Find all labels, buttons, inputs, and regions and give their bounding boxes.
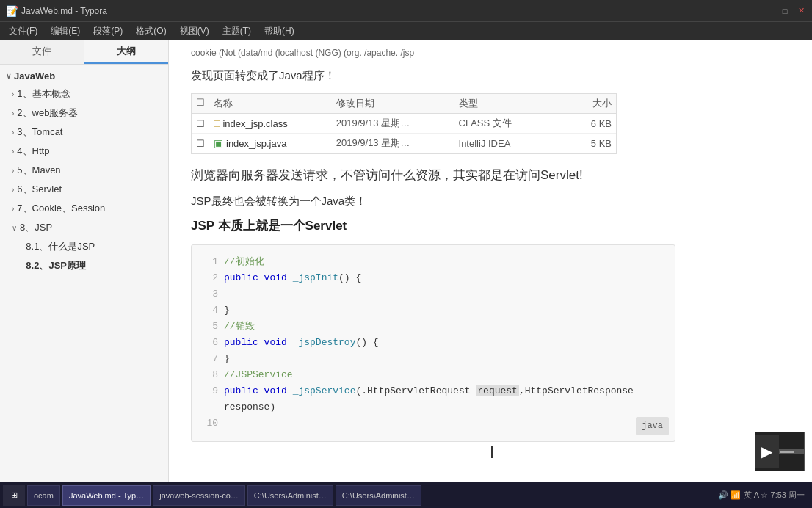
row-check: ☐	[196, 138, 214, 149]
sidebar-item-tomcat[interactable]: › 3、Tomcat	[0, 123, 168, 142]
arrow-icon: ›	[12, 205, 14, 213]
menu-help[interactable]: 帮助(H)	[258, 23, 300, 39]
line-number: 4	[203, 302, 218, 319]
sidebar-item-jsptheory[interactable]: › 8.2、JSP原理	[0, 256, 168, 275]
class-file-icon: □	[214, 117, 220, 129]
code-language-badge: java	[636, 417, 669, 435]
content-area[interactable]: cookie (Not (data/md (localhost (NGG) (o…	[169, 40, 812, 482]
minimize-button[interactable]: —	[764, 6, 774, 16]
window-title: JavaWeb.md - Typora	[18, 6, 764, 16]
start-button[interactable]: ⊞	[3, 485, 25, 506]
table-row: ☐ □ index_jsp.class 2019/9/13 星期… CLASS …	[192, 114, 616, 134]
row-type: CLASS 文件	[459, 117, 551, 130]
file-name: index_jsp.class	[222, 118, 287, 129]
play-button-icon[interactable]: ▶	[761, 443, 772, 460]
tab-outline[interactable]: 大纲	[84, 40, 169, 64]
sidebar-item-whatjsp[interactable]: › 8.1、什么是JSP	[0, 237, 168, 256]
tree-label: 1、基本概念	[17, 87, 70, 101]
arrow-icon: ›	[12, 167, 14, 175]
video-thumbnail[interactable]: ▶	[755, 432, 805, 471]
text-cursor-area	[191, 446, 790, 459]
sidebar-item-jsp[interactable]: ∨ 8、JSP	[0, 218, 168, 237]
arrow-icon: ∨	[12, 224, 17, 232]
taskbar-label: ocam	[34, 491, 54, 500]
taskbar-item-javaweb[interactable]: JavaWeb.md - Typ…	[62, 485, 151, 506]
code-line-7: 7 }	[203, 351, 663, 367]
close-button[interactable]: ✕	[796, 6, 806, 16]
taskbar-label: JavaWeb.md - Typ…	[69, 491, 144, 500]
sidebar: 文件 大纲 ∨ JavaWeb › 1、基本概念 › 2、web服务器 › 3、…	[0, 40, 169, 482]
keyword: public void	[224, 385, 293, 396]
tree-label: 5、Maven	[17, 164, 60, 177]
row-name: ▣ index_jsp.java	[214, 137, 336, 149]
row-size: 6 KB	[551, 118, 612, 129]
tree-item-javaweb[interactable]: ∨ JavaWeb	[0, 68, 168, 84]
menu-paragraph[interactable]: 段落(P)	[87, 23, 128, 39]
arrow-icon: ›	[12, 186, 14, 194]
row-date: 2019/9/13 星期…	[336, 117, 459, 130]
code-content: //JSPService	[224, 367, 293, 383]
code-content: public void _jspDestroy() {	[224, 335, 379, 351]
sidebar-item-http[interactable]: › 4、Http	[0, 142, 168, 161]
taskbar-item-ocam[interactable]: ocam	[27, 485, 60, 506]
tree-label: 3、Tomcat	[17, 126, 62, 139]
code-block: 1 //初始化 2 public void _jspInit() { 3 4 }…	[191, 244, 675, 442]
arrow-icon: ›	[12, 128, 14, 137]
tree-label: 8.2、JSP原理	[26, 259, 86, 272]
main-layout: 文件 大纲 ∨ JavaWeb › 1、基本概念 › 2、web服务器 › 3、…	[0, 40, 812, 482]
tree-label: 8.1、什么是JSP	[26, 240, 95, 253]
tree-label: 2、web服务器	[17, 106, 78, 120]
code-content: }	[224, 302, 230, 319]
check-col: ☐	[196, 97, 214, 110]
menu-view[interactable]: 视图(V)	[174, 23, 215, 39]
code-content	[224, 286, 230, 302]
taskbar-item-session[interactable]: javaweb-session-co…	[153, 485, 245, 506]
code-content	[224, 416, 230, 432]
tree-label: 6、Servlet	[17, 183, 62, 196]
maximize-button[interactable]: □	[780, 6, 790, 16]
window-icon: 📝	[6, 5, 18, 17]
code-line-9: 9 public void _jspService(.HttpServletRe…	[203, 383, 663, 416]
taskbar-label: javaweb-session-co…	[159, 491, 239, 500]
line-number: 5	[203, 319, 218, 335]
tray-icons: 🔊 📶	[718, 490, 741, 500]
taskbar-item-explorer1[interactable]: C:\Users\Administ…	[247, 485, 333, 506]
tab-file[interactable]: 文件	[0, 40, 84, 64]
line-number: 3	[203, 286, 218, 302]
sidebar-item-cookie[interactable]: › 7、Cookie、Session	[0, 199, 168, 218]
file-name: index_jsp.java	[226, 138, 286, 149]
code-content: //初始化	[224, 254, 264, 270]
code-line-10: 10	[203, 416, 663, 432]
arrow-icon: ∨	[6, 72, 11, 80]
jsp-convert-text: JSP最终也会被转换为一个Java类！	[191, 192, 790, 210]
arrow-icon: ›	[12, 148, 14, 156]
code-content: public void _jspService(.HttpServletRequ…	[224, 383, 663, 416]
taskbar-label: C:\Users\Administ…	[342, 491, 415, 500]
sidebar-item-webserver[interactable]: › 2、web服务器	[0, 104, 168, 123]
code-line-4: 4 }	[203, 302, 663, 319]
arrow-icon: ›	[12, 109, 14, 117]
taskbar-item-explorer2[interactable]: C:\Users\Administ…	[336, 485, 421, 506]
line-number: 7	[203, 351, 218, 367]
line-number: 6	[203, 335, 218, 351]
menu-file[interactable]: 文件(F)	[3, 23, 43, 39]
menu-format[interactable]: 格式(O)	[130, 23, 172, 39]
keyword: public void	[224, 337, 293, 348]
start-icon: ⊞	[11, 490, 18, 500]
taskbar: ⊞ ocam JavaWeb.md - Typ… javaweb-session…	[0, 482, 812, 508]
line-number: 10	[203, 416, 218, 432]
arrow-icon: ›	[12, 90, 14, 98]
sidebar-item-basic[interactable]: › 1、基本概念	[0, 84, 168, 104]
tray-info: 英 A ☆ 7:53 周一	[744, 490, 805, 501]
method-name: _jspService	[293, 385, 356, 396]
taskbar-label: C:\Users\Administ…	[254, 491, 327, 500]
code-line-1: 1 //初始化	[203, 254, 663, 270]
sidebar-item-servlet[interactable]: › 6、Servlet	[0, 180, 168, 199]
sidebar-item-maven[interactable]: › 5、Maven	[0, 161, 168, 180]
highlighted-param: request	[476, 385, 519, 396]
menu-theme[interactable]: 主题(T)	[217, 23, 257, 39]
browser-text-content: 浏览器向服务器发送请求，不管访问什么资源，其实都是在访问Servlet!	[191, 168, 583, 182]
line-number: 1	[203, 254, 218, 270]
table-header: ☐ 名称 修改日期 类型 大小	[192, 94, 616, 114]
menu-edit[interactable]: 编辑(E)	[45, 23, 86, 39]
